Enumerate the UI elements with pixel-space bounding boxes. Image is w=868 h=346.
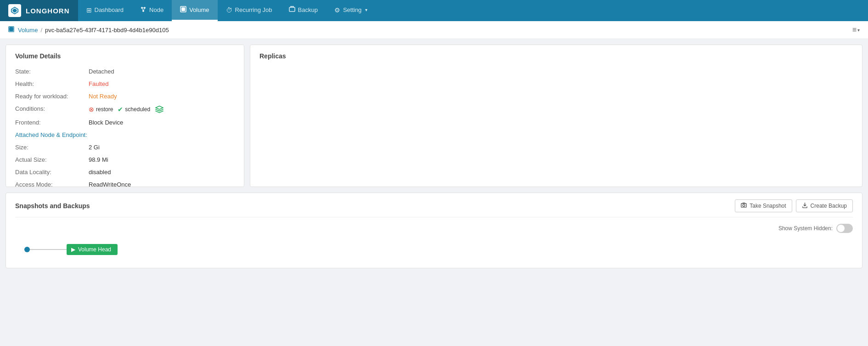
detail-access-mode: Access Mode: ReadWriteOnce	[15, 181, 235, 187]
snapshot-line	[30, 249, 67, 250]
nav-volume-label: Volume	[189, 6, 209, 13]
conditions-label: Conditions:	[15, 105, 89, 112]
detail-size: Size: 2 Gi	[15, 144, 235, 151]
breadcrumb-bar: Volume / pvc-ba5a27e5-43f7-4171-bbd9-4d4…	[0, 21, 868, 39]
volume-breadcrumb-icon	[8, 26, 14, 34]
snapshot-dot[interactable]	[24, 247, 30, 252]
show-system-hidden-row: Show System Hidden:	[15, 224, 853, 233]
nav-items: ⊞ Dashboard Node Volume	[78, 0, 376, 21]
scheduled-icon: ✔	[118, 106, 123, 113]
access-mode-label: Access Mode:	[15, 181, 89, 187]
show-system-hidden-label: Show System Hidden:	[778, 225, 833, 232]
condition-restore-label: restore	[96, 106, 113, 113]
svg-rect-9	[181, 7, 185, 11]
brand[interactable]: LONGHORN	[0, 0, 78, 21]
nav-recurring-job-label: Recurring Job	[235, 6, 272, 13]
ready-value: Not Ready	[89, 93, 117, 100]
nav-node-label: Node	[149, 6, 163, 13]
svg-marker-1	[13, 9, 17, 13]
take-snapshot-button[interactable]: Take Snapshot	[735, 199, 792, 212]
attached-node-label: Attached Node & Endpoint:	[15, 131, 89, 138]
menu-icon-btn[interactable]: ≡ ▾	[852, 26, 860, 34]
panels-row: Volume Details State: Detached Health: F…	[6, 45, 862, 187]
size-value: 2 Gi	[89, 144, 100, 151]
detail-actual-size: Actual Size: 98.9 Mi	[15, 156, 235, 163]
detail-conditions: Conditions: ⊗ restore ✔ scheduled	[15, 105, 235, 113]
condition-scheduled-label: scheduled	[125, 106, 150, 113]
navbar: LONGHORN ⊞ Dashboard Node	[0, 0, 868, 21]
health-value: Faulted	[89, 80, 108, 87]
recurring-job-icon: ⏱	[226, 6, 232, 14]
nav-dashboard[interactable]: ⊞ Dashboard	[78, 0, 132, 21]
nav-node[interactable]: Node	[132, 0, 172, 21]
snapshots-divider	[15, 217, 853, 217]
restore-icon: ⊗	[89, 106, 94, 113]
conditions-row: ⊗ restore ✔ scheduled	[89, 105, 164, 113]
frontend-value: Block Device	[89, 119, 123, 126]
snapshots-title: Snapshots and Backups	[15, 202, 90, 210]
detail-frontend: Frontend: Block Device	[15, 119, 235, 126]
svg-point-14	[743, 204, 745, 207]
show-system-hidden-toggle[interactable]	[836, 224, 853, 233]
snapshots-actions: Take Snapshot Create Backup	[735, 199, 853, 212]
actual-size-value: 98.9 Mi	[89, 156, 108, 163]
nav-backup-label: Backup	[298, 6, 318, 13]
health-label: Health:	[15, 80, 89, 87]
condition-scheduled: ✔ scheduled	[118, 106, 150, 113]
replicas-panel: Replicas	[250, 45, 862, 187]
main-content: Volume Details State: Detached Health: F…	[0, 39, 868, 274]
breadcrumb-parent[interactable]: Volume	[18, 27, 38, 34]
breadcrumb-separator: /	[40, 27, 42, 34]
detail-data-locality: Data Locality: disabled	[15, 169, 235, 176]
svg-rect-10	[289, 7, 295, 11]
setting-dropdown-icon: ▾	[365, 7, 367, 12]
create-backup-button[interactable]: Create Backup	[796, 199, 853, 212]
take-snapshot-label: Take Snapshot	[750, 203, 786, 209]
volume-details-title: Volume Details	[15, 52, 235, 60]
data-locality-value: disabled	[89, 169, 111, 176]
node-icon	[140, 6, 147, 14]
nav-setting[interactable]: ⚙ Setting ▾	[326, 0, 376, 21]
frontend-label: Frontend:	[15, 119, 89, 126]
detail-health: Health: Faulted	[15, 80, 235, 87]
volume-head-label: Volume Head	[78, 246, 111, 253]
ready-label: Ready for workload:	[15, 93, 89, 100]
condition-restore: ⊗ restore	[89, 106, 113, 113]
detail-state: State: Detached	[15, 68, 235, 75]
state-value: Detached	[89, 68, 114, 75]
brand-name: LONGHORN	[26, 7, 70, 15]
snapshots-panel: Snapshots and Backups Take Snapshot	[6, 193, 862, 268]
menu-lines-icon: ≡	[852, 26, 857, 34]
data-locality-label: Data Locality:	[15, 169, 89, 176]
menu-dropdown-arrow: ▾	[857, 28, 860, 33]
replicas-title: Replicas	[259, 52, 853, 60]
nav-backup[interactable]: Backup	[281, 0, 326, 21]
nav-setting-label: Setting	[343, 6, 361, 13]
stacked-layers-icon	[155, 105, 164, 113]
breadcrumb-current: pvc-ba5a27e5-43f7-4171-bbd9-4d4b1e90d105	[45, 27, 169, 34]
snapshot-chain: ▶ Volume Head	[15, 240, 853, 259]
state-label: State:	[15, 68, 89, 75]
create-backup-label: Create Backup	[811, 203, 847, 209]
volume-head-box[interactable]: ▶ Volume Head	[67, 244, 118, 255]
take-snapshot-icon	[741, 202, 747, 210]
detail-attached-node: Attached Node & Endpoint:	[15, 131, 235, 138]
svg-rect-15	[743, 203, 745, 204]
detail-ready: Ready for workload: Not Ready	[15, 93, 235, 100]
nav-recurring-job[interactable]: ⏱ Recurring Job	[218, 0, 281, 21]
volume-details-panel: Volume Details State: Detached Health: F…	[6, 45, 244, 187]
size-label: Size:	[15, 144, 89, 151]
setting-icon: ⚙	[334, 6, 340, 14]
nav-volume[interactable]: Volume	[172, 0, 217, 21]
nav-dashboard-label: Dashboard	[95, 6, 124, 13]
svg-rect-12	[10, 28, 13, 31]
volume-head-play-icon: ▶	[71, 246, 75, 253]
access-mode-value: ReadWriteOnce	[89, 181, 131, 187]
create-backup-icon	[802, 202, 808, 210]
actual-size-label: Actual Size:	[15, 156, 89, 163]
dashboard-icon: ⊞	[86, 6, 92, 14]
volume-icon	[180, 6, 186, 14]
snapshots-header: Snapshots and Backups Take Snapshot	[15, 199, 853, 212]
brand-icon	[8, 4, 21, 17]
backup-icon	[289, 6, 295, 14]
